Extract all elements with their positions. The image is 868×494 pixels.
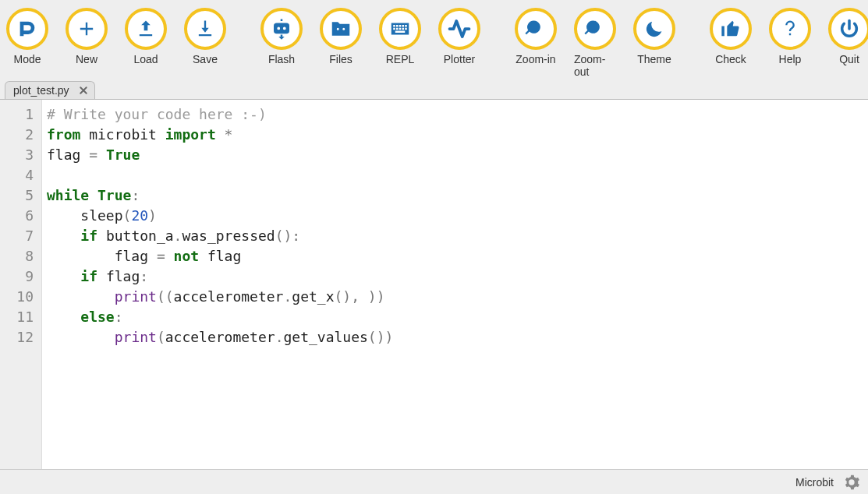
mode-label: Mode — [13, 53, 41, 65]
quit-button[interactable]: Quit — [828, 8, 868, 78]
code-line[interactable]: from microbit import * — [47, 125, 393, 145]
load-label: Load — [133, 53, 158, 65]
thumbs-up-icon — [710, 8, 752, 50]
editor-area[interactable]: 123456789101112 # Write your code here :… — [0, 99, 868, 469]
line-number: 7 — [8, 226, 34, 246]
code-content[interactable]: # Write your code here :-)from microbit … — [42, 100, 393, 469]
line-number: 10 — [8, 287, 34, 307]
tab-bar: plot_test.py — [0, 81, 868, 99]
line-number: 5 — [8, 185, 34, 206]
line-number: 3 — [8, 145, 34, 165]
plus-icon — [66, 8, 108, 50]
help-label: Help — [779, 53, 802, 65]
upload-icon — [125, 8, 167, 50]
zoom-in-label: Zoom-in — [515, 53, 555, 65]
code-line[interactable]: print(accelerometer.get_values()) — [47, 327, 393, 348]
files-button[interactable]: Files — [320, 8, 362, 78]
moon-icon — [633, 8, 675, 50]
line-number: 12 — [8, 327, 34, 348]
code-line[interactable]: if button_a.was_pressed(): — [47, 226, 393, 246]
theme-label: Theme — [637, 53, 671, 65]
gear-icon[interactable] — [843, 474, 860, 491]
check-label: Check — [715, 53, 746, 65]
theme-button[interactable]: Theme — [633, 8, 675, 78]
load-button[interactable]: Load — [125, 8, 167, 78]
flash-button[interactable]: Flash — [260, 8, 303, 78]
status-mode-label: Microbit — [795, 476, 834, 489]
plotter-button[interactable]: Plotter — [438, 8, 480, 78]
code-line[interactable]: else: — [47, 307, 393, 327]
new-label: New — [76, 53, 97, 65]
code-line[interactable]: flag = not flag — [47, 246, 393, 266]
line-number: 9 — [8, 266, 34, 287]
flash-label: Flash — [268, 53, 295, 65]
close-icon[interactable] — [77, 84, 90, 97]
zoom-out-label: Zoom-out — [574, 53, 616, 78]
quit-label: Quit — [839, 53, 859, 65]
line-number: 4 — [8, 165, 34, 185]
keyboard-icon — [379, 8, 421, 50]
repl-label: REPL — [386, 53, 415, 65]
plotter-label: Plotter — [444, 53, 475, 65]
zoom-out-button[interactable]: Zoom-out — [574, 8, 616, 78]
activity-icon — [438, 8, 480, 50]
files-label: Files — [329, 53, 353, 65]
line-number: 11 — [8, 307, 34, 327]
status-bar: Microbit — [0, 469, 868, 494]
repl-button[interactable]: REPL — [379, 8, 421, 78]
folder-robot-icon — [320, 8, 362, 50]
zoom-in-button[interactable]: Zoom-in — [515, 8, 557, 78]
line-number: 8 — [8, 246, 34, 266]
mode-icon — [6, 8, 48, 50]
power-icon — [828, 8, 868, 50]
line-number-gutter: 123456789101112 — [0, 100, 42, 469]
code-line[interactable]: if flag: — [47, 266, 393, 287]
tab-filename-label: plot_test.py — [13, 84, 69, 97]
question-icon — [769, 8, 811, 50]
zoom-out-icon — [574, 8, 616, 50]
new-button[interactable]: New — [66, 8, 108, 78]
robot-download-icon — [260, 8, 303, 50]
line-number: 2 — [8, 125, 34, 145]
code-line[interactable]: sleep(20) — [47, 206, 393, 226]
mode-button[interactable]: Mode — [6, 8, 48, 78]
code-line[interactable]: print((accelerometer.get_x(), )) — [47, 287, 393, 307]
save-label: Save — [193, 53, 218, 65]
help-button[interactable]: Help — [769, 8, 811, 78]
line-number: 1 — [8, 104, 34, 125]
zoom-in-icon — [515, 8, 557, 50]
toolbar: Mode New Load Save Flash Files REPL — [0, 0, 868, 81]
code-line[interactable]: # Write your code here :-) — [47, 104, 393, 125]
check-button[interactable]: Check — [710, 8, 752, 78]
code-line[interactable]: flag = True — [47, 145, 393, 165]
save-button[interactable]: Save — [184, 8, 226, 78]
download-icon — [184, 8, 226, 50]
code-line[interactable]: while True: — [47, 185, 393, 206]
tab-file[interactable]: plot_test.py — [5, 81, 95, 99]
code-line[interactable] — [47, 165, 393, 185]
line-number: 6 — [8, 206, 34, 226]
